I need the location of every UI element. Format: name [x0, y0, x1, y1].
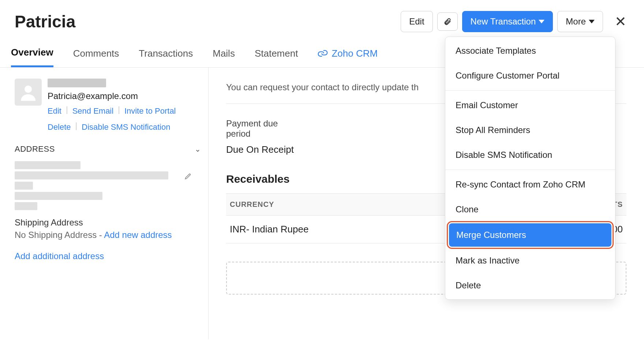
tab-crm-label: Zoho CRM [332, 48, 378, 59]
shipping-address-text: No Shipping Address - Add new address [15, 230, 201, 240]
svg-point-0 [25, 86, 32, 93]
tab-overview[interactable]: Overview [11, 47, 53, 67]
billing-address-block [15, 161, 201, 210]
address-section-header[interactable]: ADDRESS ⌄ [15, 144, 201, 154]
menu-delete[interactable]: Delete [445, 273, 615, 298]
link-invite-portal[interactable]: Invite to Portal [124, 105, 176, 117]
menu-stop-reminders[interactable]: Stop All Reminders [445, 118, 615, 143]
paperclip-icon [443, 17, 452, 26]
link-edit[interactable]: Edit [48, 105, 61, 117]
link-send-email[interactable]: Send Email [72, 105, 114, 117]
menu-merge-customers[interactable]: Merge Customers [449, 223, 611, 247]
edit-address-button[interactable] [184, 173, 191, 182]
page-title: Patricia [15, 12, 75, 31]
redacted-line [15, 192, 102, 200]
chevron-down-icon: ⌄ [195, 145, 201, 153]
menu-mark-inactive[interactable]: Mark as Inactive [445, 248, 615, 273]
menu-resync-crm[interactable]: Re-sync Contact from Zoho CRM [445, 172, 615, 197]
menu-email-customer[interactable]: Email Customer [445, 93, 615, 118]
menu-divider [445, 90, 615, 91]
tab-mails[interactable]: Mails [213, 47, 235, 67]
redacted-line [15, 202, 37, 210]
add-new-address-link[interactable]: Add new address [104, 230, 172, 240]
menu-associate-templates[interactable]: Associate Templates [445, 38, 615, 63]
sidebar: Patricia@example.com Edit| Send Email| I… [0, 68, 209, 340]
add-additional-address-link[interactable]: Add additional address [15, 251, 104, 261]
caret-down-icon [589, 20, 595, 23]
link-disable-sms[interactable]: Disable SMS Notification [82, 121, 170, 133]
caret-down-icon [539, 20, 544, 23]
redacted-line [15, 182, 33, 190]
redacted-line [15, 171, 168, 179]
attachment-button[interactable] [437, 12, 458, 31]
contact-email: Patricia@example.com [48, 91, 176, 101]
close-button[interactable]: ✕ [607, 14, 629, 30]
cell-currency: INR- Indian Rupee [226, 216, 455, 243]
more-dropdown: Associate Templates Configure Customer P… [445, 37, 615, 300]
redacted-name [48, 79, 106, 87]
tab-transactions[interactable]: Transactions [139, 47, 193, 67]
avatar [15, 79, 42, 106]
menu-configure-portal[interactable]: Configure Customer Portal [445, 63, 615, 88]
shipping-address-label: Shipping Address [15, 217, 201, 228]
th-currency: CURRENCY [226, 194, 455, 216]
new-transaction-button[interactable]: New Transaction [462, 11, 553, 32]
redacted-line [15, 161, 80, 169]
menu-divider [445, 170, 615, 170]
edit-button[interactable]: Edit [401, 11, 433, 32]
tab-statement[interactable]: Statement [255, 47, 298, 67]
person-icon [19, 83, 37, 101]
tab-comments[interactable]: Comments [73, 47, 119, 67]
menu-clone[interactable]: Clone [445, 197, 615, 222]
menu-disable-sms[interactable]: Disable SMS Notification [445, 143, 615, 167]
link-delete[interactable]: Delete [48, 121, 71, 133]
address-label: ADDRESS [15, 144, 55, 154]
link-icon [318, 49, 328, 57]
new-transaction-label: New Transaction [471, 16, 536, 27]
header-actions: Edit New Transaction More ✕ [401, 11, 629, 32]
tab-zoho-crm[interactable]: Zoho CRM [318, 47, 378, 67]
pencil-icon [184, 173, 191, 180]
more-button[interactable]: More [557, 11, 603, 32]
more-label: More [566, 16, 586, 27]
